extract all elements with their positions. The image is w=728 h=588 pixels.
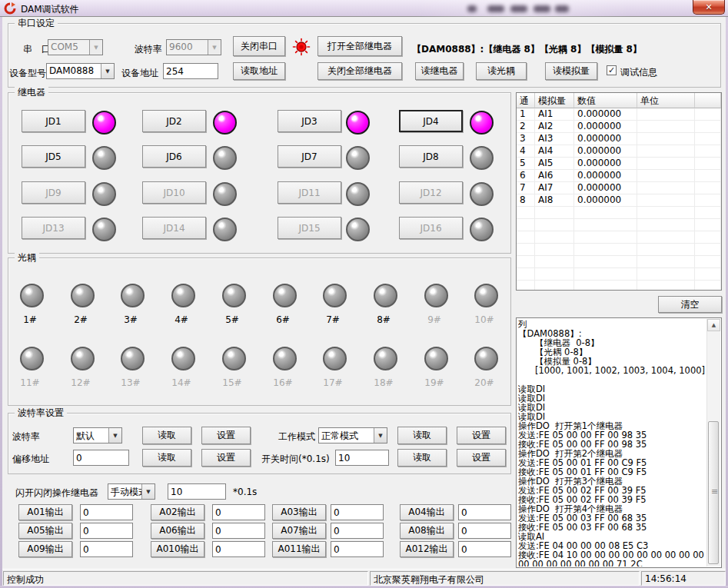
device-model-select[interactable]: DAM0888 ▼ bbox=[46, 63, 115, 79]
debug-info-checkbox[interactable]: ✓ bbox=[607, 65, 617, 75]
ao-output-input-6[interactable] bbox=[212, 523, 265, 539]
baud-select[interactable]: 默认 ▼ bbox=[73, 427, 122, 443]
close-serial-port-button[interactable]: 关闭串口 bbox=[233, 36, 285, 56]
baudrate-label: 波特率 bbox=[135, 43, 162, 56]
work-mode-read-button[interactable]: 读取 bbox=[397, 427, 447, 444]
table-header-4[interactable]: 单位 bbox=[637, 93, 695, 108]
relay-button-jd5[interactable]: JD5 bbox=[22, 145, 85, 168]
relay-button-jd6[interactable]: JD6 bbox=[142, 145, 206, 168]
relay-button-jd1[interactable]: JD1 bbox=[22, 110, 85, 132]
flash-mode-select[interactable]: 手动模式 ▼ bbox=[108, 483, 155, 500]
relay-button-jd4[interactable]: JD4 bbox=[399, 110, 463, 132]
ao-output-button-11[interactable]: A011输出 bbox=[272, 541, 326, 557]
chevron-down-icon[interactable]: ▼ bbox=[101, 64, 114, 78]
ao-output-button-3[interactable]: A03输出 bbox=[272, 504, 326, 520]
relay-button-jd11[interactable]: JD11 bbox=[278, 181, 341, 204]
analog-table-header[interactable]: 通模拟量数值单位 bbox=[517, 93, 721, 108]
flash-time-input[interactable] bbox=[168, 483, 226, 500]
relay-button-jd15[interactable]: JD15 bbox=[278, 217, 341, 239]
table-cell: AI1 bbox=[535, 108, 574, 121]
scrollbar-thumb[interactable] bbox=[708, 421, 719, 564]
log-box[interactable]: 列 【DAM0888】: 【继电器 0-8】 【光耦 0-8】 【模拟量 0-8… bbox=[516, 317, 722, 568]
open-all-relays-button[interactable]: 打开全部继电器 bbox=[317, 36, 402, 56]
relay-button-jd10[interactable]: JD10 bbox=[142, 181, 206, 204]
baud-read-button[interactable]: 读取 bbox=[142, 427, 191, 444]
switch-time-set-button[interactable]: 设置 bbox=[457, 449, 506, 467]
table-row[interactable]: 6AI60.000000 bbox=[517, 170, 721, 182]
opto-legend: 光耦 bbox=[15, 251, 39, 264]
offset-read-button[interactable]: 读取 bbox=[142, 449, 191, 467]
ao-output-button-10[interactable]: A010输出 bbox=[151, 541, 204, 557]
ao-output-input-10[interactable] bbox=[212, 541, 265, 557]
ao-output-button-4[interactable]: A04输出 bbox=[400, 504, 454, 520]
ao-output-button-6[interactable]: A06输出 bbox=[151, 523, 204, 539]
ao-output-input-4[interactable] bbox=[458, 504, 511, 520]
chevron-down-icon[interactable]: ▼ bbox=[141, 484, 155, 499]
ao-output-input-9[interactable] bbox=[80, 541, 133, 557]
ao-output-button-5[interactable]: A05输出 bbox=[18, 523, 72, 539]
work-mode-set-button[interactable]: 设置 bbox=[457, 427, 506, 444]
table-cell bbox=[517, 256, 535, 268]
log-scrollbar[interactable]: ▲ bbox=[706, 319, 720, 566]
table-header-1[interactable]: 通 bbox=[517, 93, 535, 108]
relay-button-jd7[interactable]: JD7 bbox=[278, 145, 341, 168]
switch-time-read-button[interactable]: 读取 bbox=[397, 449, 447, 467]
table-header-3[interactable]: 数值 bbox=[574, 93, 637, 108]
read-analog-button[interactable]: 读模拟量 bbox=[545, 62, 597, 80]
offset-set-button[interactable]: 设置 bbox=[201, 449, 251, 467]
table-cell bbox=[574, 231, 637, 244]
relay-button-jd16[interactable]: JD16 bbox=[399, 217, 463, 239]
ao-output-button-12[interactable]: A012输出 bbox=[400, 541, 454, 557]
device-address-input[interactable] bbox=[163, 63, 218, 79]
ao-output-button-7[interactable]: A07输出 bbox=[272, 523, 326, 539]
switch-time-input[interactable] bbox=[335, 450, 389, 466]
chevron-down-icon[interactable]: ▼ bbox=[108, 428, 121, 443]
ao-output-input-8[interactable] bbox=[458, 523, 511, 539]
ao-output-input-2[interactable] bbox=[212, 504, 265, 520]
read-opto-button[interactable]: 读光耦 bbox=[476, 62, 527, 80]
table-cell bbox=[535, 219, 574, 231]
table-cell bbox=[637, 133, 695, 145]
work-mode-select[interactable]: 正常模式 ▼ bbox=[318, 427, 387, 443]
relay-button-jd9[interactable]: JD9 bbox=[22, 181, 85, 204]
ao-output-input-7[interactable] bbox=[331, 523, 384, 539]
scroll-up-icon[interactable]: ▲ bbox=[707, 319, 720, 331]
chevron-down-icon[interactable]: ▼ bbox=[208, 40, 221, 55]
port-select[interactable]: COM5 ▼ bbox=[48, 39, 103, 55]
read-relays-button[interactable]: 读继电器 bbox=[415, 62, 464, 80]
relay-button-jd13[interactable]: JD13 bbox=[22, 217, 85, 239]
clear-log-button[interactable]: 清空 bbox=[658, 296, 722, 313]
relay-button-jd2[interactable]: JD2 bbox=[142, 110, 206, 132]
table-row[interactable]: 7AI70.000000 bbox=[517, 182, 721, 194]
close-all-relays-button[interactable]: 关闭全部继电器 bbox=[317, 62, 402, 80]
app-icon[interactable] bbox=[4, 2, 16, 15]
table-row[interactable]: 3AI30.000000 bbox=[517, 133, 721, 145]
table-header-2[interactable]: 模拟量 bbox=[535, 93, 574, 108]
ao-output-input-1[interactable] bbox=[80, 504, 133, 520]
baudrate-select[interactable]: 9600 ▼ bbox=[166, 39, 221, 55]
ao-output-button-2[interactable]: A02输出 bbox=[151, 504, 204, 520]
title-bar[interactable]: DAM调试软件 bbox=[0, 0, 728, 17]
ao-output-button-9[interactable]: A09输出 bbox=[18, 541, 72, 557]
offset-address-input[interactable] bbox=[73, 450, 129, 466]
ao-output-input-5[interactable] bbox=[80, 523, 133, 539]
chevron-down-icon[interactable]: ▼ bbox=[374, 428, 387, 443]
read-address-button[interactable]: 读取地址 bbox=[233, 62, 285, 80]
ao-output-input-11[interactable] bbox=[331, 541, 384, 557]
table-row[interactable]: 8AI80.000000 bbox=[517, 194, 721, 207]
close-button[interactable]: ✕ bbox=[693, 0, 725, 15]
ao-output-input-3[interactable] bbox=[331, 504, 384, 520]
relay-button-jd14[interactable]: JD14 bbox=[142, 217, 206, 239]
ao-output-input-12[interactable] bbox=[458, 541, 511, 557]
chevron-down-icon[interactable]: ▼ bbox=[89, 40, 102, 55]
baud-set-button[interactable]: 设置 bbox=[201, 427, 251, 444]
ao-output-button-8[interactable]: A08输出 bbox=[400, 523, 454, 539]
table-row[interactable]: 1AI10.000000 bbox=[517, 108, 721, 121]
table-row[interactable]: 2AI20.000000 bbox=[517, 121, 721, 133]
relay-button-jd12[interactable]: JD12 bbox=[399, 181, 463, 204]
table-row[interactable]: 5AI50.000000 bbox=[517, 158, 721, 170]
ao-output-button-1[interactable]: A01输出 bbox=[18, 504, 72, 520]
relay-button-jd3[interactable]: JD3 bbox=[278, 110, 341, 132]
table-row[interactable]: 4AI40.000000 bbox=[517, 145, 721, 158]
relay-button-jd8[interactable]: JD8 bbox=[399, 145, 463, 168]
